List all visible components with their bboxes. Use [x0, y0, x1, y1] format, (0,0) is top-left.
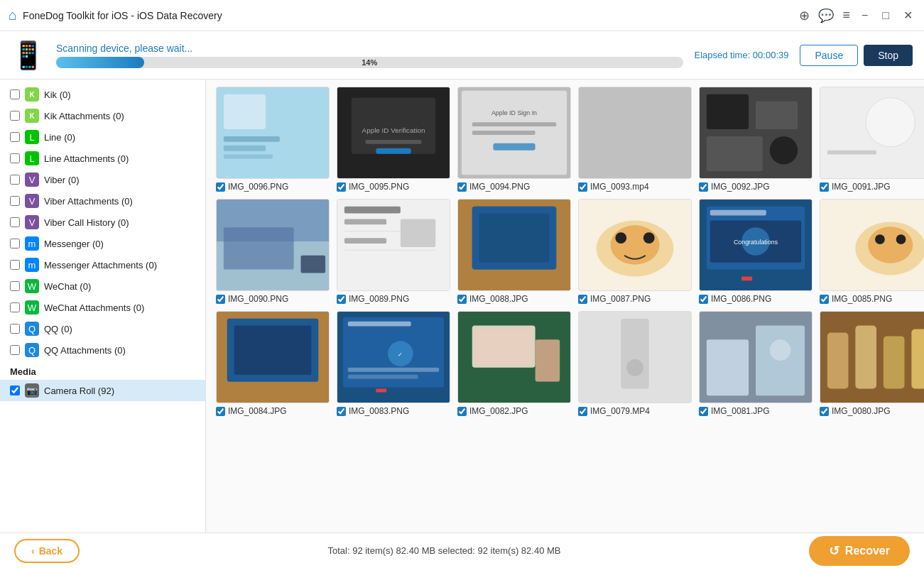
checkbox-0079[interactable]: [578, 407, 587, 416]
messenger-attach-checkbox[interactable]: [10, 260, 20, 270]
thumb-0090[interactable]: [216, 199, 330, 291]
camera-roll-checkbox[interactable]: [10, 386, 20, 395]
recover-button[interactable]: ↺ Recover: [809, 536, 910, 566]
close-icon[interactable]: ✕: [901, 7, 915, 23]
grid-item-0087: IMG_0087.PNG: [578, 199, 692, 304]
grid-label-0081: IMG_0081.JPG: [699, 406, 770, 416]
grid-item-0088: IMG_0088.JPG: [457, 199, 571, 304]
thumb-0081[interactable]: [699, 311, 812, 403]
thumb-0095[interactable]: Apple ID Verification: [337, 87, 450, 179]
svg-rect-28: [224, 227, 294, 269]
checkbox-0093[interactable]: [578, 182, 587, 192]
maximize-icon[interactable]: □: [879, 8, 892, 23]
sidebar-item-kik[interactable]: K Kik (0): [0, 84, 205, 105]
checkbox-0094[interactable]: [457, 182, 467, 192]
svg-rect-9: [376, 148, 411, 154]
sidebar-item-wechat-attachments[interactable]: W WeChat Attachments (0): [0, 297, 205, 318]
svg-point-44: [615, 232, 626, 244]
checkbox-0081[interactable]: [699, 407, 708, 416]
thumb-0094[interactable]: Apple ID Sign In: [457, 87, 571, 179]
sidebar-item-qq-attachments[interactable]: Q QQ Attachments (0): [0, 339, 205, 361]
checkbox-0089[interactable]: [337, 295, 346, 304]
minimize-icon[interactable]: −: [859, 8, 871, 23]
line-attach-checkbox[interactable]: [10, 153, 20, 163]
sidebar-item-line-attachments[interactable]: L Line Attachments (0): [0, 148, 205, 169]
checkbox-0087[interactable]: [578, 295, 587, 304]
menu-icon[interactable]: ≡: [842, 8, 850, 23]
sidebar-item-camera-roll[interactable]: 📷 Camera Roll (92): [0, 380, 205, 401]
thumb-0085[interactable]: [820, 199, 924, 291]
thumb-0091[interactable]: [820, 87, 924, 179]
viber-attach-label: Viber Attachments (0): [44, 196, 133, 207]
sidebar-item-wechat[interactable]: W WeChat (0): [0, 275, 205, 297]
grid-item-0092: IMG_0092.JPG: [699, 87, 812, 192]
wechat-checkbox[interactable]: [10, 281, 20, 291]
wifi-icon[interactable]: ⊕: [799, 8, 810, 23]
stop-button[interactable]: Stop: [864, 45, 913, 66]
kik-attach-checkbox[interactable]: [10, 111, 20, 121]
thumb-0096[interactable]: [216, 87, 330, 179]
scan-status: Scanning device, please wait...: [56, 43, 683, 54]
messenger-checkbox[interactable]: [10, 239, 20, 248]
checkbox-0096[interactable]: [216, 182, 225, 192]
thumb-0087[interactable]: [578, 199, 692, 291]
checkbox-0091[interactable]: [820, 182, 829, 192]
grid-label-0080: IMG_0080.JPG: [820, 406, 891, 416]
back-button[interactable]: ‹ Back: [14, 539, 80, 563]
thumb-0082[interactable]: [457, 311, 571, 403]
sidebar-item-viber-attachments[interactable]: V Viber Attachments (0): [0, 190, 205, 212]
checkbox-0092[interactable]: [699, 182, 708, 192]
chat-icon[interactable]: 💬: [818, 8, 834, 23]
checkbox-0084[interactable]: [216, 407, 225, 416]
home-icon[interactable]: ⌂: [9, 7, 17, 23]
svg-rect-21: [707, 136, 763, 171]
sidebar-item-viber[interactable]: V Viber (0): [0, 169, 205, 190]
qq-checkbox[interactable]: [10, 324, 20, 334]
sidebar-item-messenger[interactable]: m Messenger (0): [0, 233, 205, 254]
sidebar-item-messenger-attachments[interactable]: m Messenger Attachments (0): [0, 254, 205, 275]
sidebar-item-viber-call-history[interactable]: V Viber Call History (0): [0, 212, 205, 233]
wechat-attach-label: WeChat Attachments (0): [44, 302, 144, 313]
sidebar-item-kik-attachments[interactable]: K Kik Attachments (0): [0, 105, 205, 126]
thumb-0083[interactable]: ✓: [337, 311, 450, 403]
svg-rect-25: [827, 151, 876, 155]
svg-rect-75: [621, 319, 649, 389]
recover-icon: ↺: [829, 543, 839, 559]
checkbox-0082[interactable]: [457, 407, 467, 416]
sidebar-item-qq[interactable]: Q QQ (0): [0, 318, 205, 339]
messenger-attach-label: Messenger Attachments (0): [44, 260, 157, 271]
qq-attach-checkbox[interactable]: [10, 345, 20, 355]
thumb-0089[interactable]: [337, 199, 450, 291]
sidebar-item-line[interactable]: L Line (0): [0, 126, 205, 148]
thumb-0080[interactable]: [820, 311, 924, 403]
kik-checkbox[interactable]: [10, 89, 20, 99]
svg-rect-64: [348, 322, 411, 327]
checkbox-0083[interactable]: [337, 407, 346, 416]
thumb-0084[interactable]: [216, 311, 330, 403]
checkbox-0086[interactable]: [699, 295, 708, 304]
viber-attach-checkbox[interactable]: [10, 196, 20, 206]
thumb-0093[interactable]: [578, 87, 692, 179]
svg-point-57: [896, 234, 906, 244]
line-checkbox[interactable]: [10, 132, 20, 142]
checkbox-0088[interactable]: [457, 295, 467, 304]
thumb-0079[interactable]: [578, 311, 692, 403]
viber-checkbox[interactable]: [10, 175, 20, 185]
svg-rect-34: [344, 238, 386, 244]
camera-icon: 📷: [25, 383, 39, 398]
thumb-0086[interactable]: Congratulations: [699, 199, 812, 291]
camera-roll-label: Camera Roll (92): [44, 386, 114, 396]
wechat-attach-checkbox[interactable]: [10, 302, 20, 312]
checkbox-0095[interactable]: [337, 182, 346, 192]
svg-text:✓: ✓: [398, 351, 403, 358]
svg-rect-29: [301, 256, 326, 273]
svg-rect-8: [366, 140, 422, 144]
checkbox-0085[interactable]: [820, 295, 829, 304]
thumb-0088[interactable]: [457, 199, 571, 291]
pause-button[interactable]: Pause: [800, 45, 858, 66]
thumb-0092[interactable]: [699, 87, 812, 179]
svg-rect-84: [884, 336, 905, 388]
checkbox-0080[interactable]: [820, 407, 829, 416]
viber-call-checkbox[interactable]: [10, 217, 20, 227]
checkbox-0090[interactable]: [216, 295, 225, 304]
